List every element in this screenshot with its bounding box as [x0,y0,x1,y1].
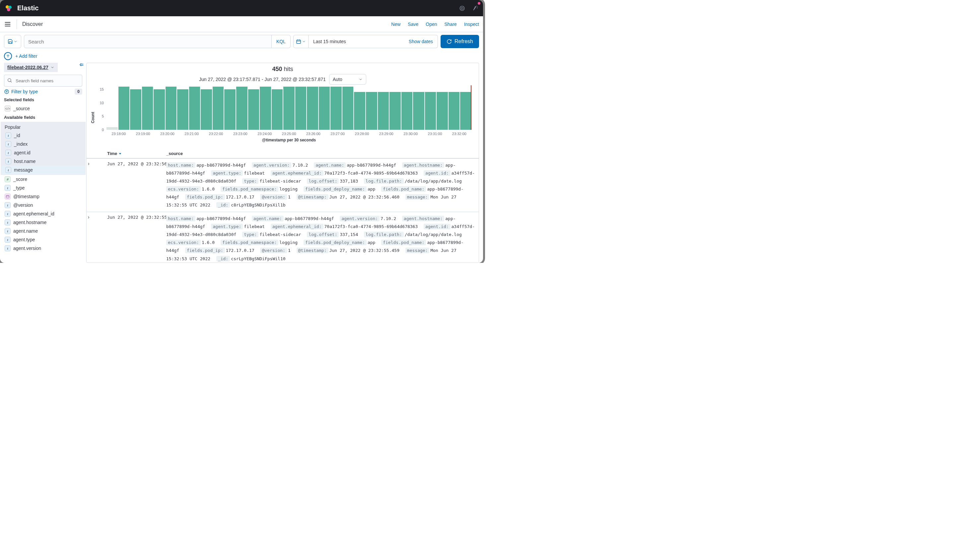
expand-row-button[interactable] [87,161,97,209]
svg-marker-25 [119,153,121,154]
histogram-bar[interactable] [307,87,318,130]
histogram-bar[interactable] [165,87,177,130]
source-value: 172.17.0.17 [226,248,255,253]
row-timestamp: Jun 27, 2022 @ 23:32:56.460 [97,161,166,209]
field-item[interactable]: @timestamp [4,192,82,201]
newsfeed-icon[interactable] [459,5,465,11]
field-name: _id [14,133,20,138]
date-picker-button[interactable] [293,35,309,48]
field-type-icon: t [5,228,11,234]
expand-row-button[interactable] [87,215,97,263]
histogram-bar[interactable] [142,87,153,130]
source-value: /data/log/app/date.log [405,232,462,237]
histogram-bar[interactable] [319,87,330,130]
field-item[interactable]: t_type [4,183,82,192]
histogram-bar[interactable] [283,87,294,130]
field-item[interactable]: tagent.ephemeral_id [4,209,82,218]
field-item[interactable]: #_score [4,175,82,183]
histogram-bar[interactable] [401,92,413,130]
field-item[interactable]: tagent.type [4,235,82,244]
field-search-input[interactable] [4,75,82,87]
field-item[interactable]: t@version [4,201,82,209]
source-value: 7.10.2 [380,216,396,221]
histogram-bar[interactable] [213,87,224,130]
source-value: 70a172f3-fca0-4774-9895-69b64d678363 [325,171,418,175]
field-item[interactable]: tagent.hostname [4,218,82,227]
histogram-bar[interactable] [107,127,118,130]
filter-by-type-link[interactable]: Filter by type [4,89,38,94]
column-source-header[interactable]: _source [166,151,479,156]
histogram-bar[interactable] [331,87,342,130]
histogram-bar[interactable] [224,89,235,130]
field-item[interactable]: thost.name [5,157,82,166]
inspect-link[interactable]: Inspect [464,22,479,27]
field-item[interactable]: tagent.id [5,148,82,157]
histogram-bar[interactable] [201,89,212,130]
field-item[interactable]: t_index [5,140,82,148]
new-link[interactable]: New [391,22,401,27]
source-key: fields.pod_name: [381,240,426,245]
histogram-bar[interactable] [390,92,401,130]
query-language-button[interactable]: KQL [272,35,291,48]
histogram-bar[interactable] [378,92,389,130]
refresh-button[interactable]: Refresh [441,35,479,48]
open-link[interactable]: Open [426,22,437,27]
histogram-bar[interactable] [413,92,424,130]
histogram-bar[interactable] [189,87,200,130]
source-key: fields.pod_ip: [185,194,225,200]
brand-title[interactable]: Elastic [17,4,38,12]
saved-query-button[interactable] [4,35,21,48]
source-value: app-b8677899d-h44gf [196,216,246,221]
field-item[interactable]: tmessage [1,166,85,174]
show-dates-link[interactable]: Show dates [409,39,433,44]
filter-settings-button[interactable] [4,52,12,60]
field-item[interactable]: </>_source [4,104,82,113]
source-key: type: [242,232,258,237]
source-value: logging [279,240,298,245]
menu-icon[interactable] [4,21,11,28]
histogram-bar[interactable] [449,92,460,130]
source-value: 70a172f3-fca0-4774-9895-69b64d678363 [325,224,418,229]
share-link[interactable]: Share [445,22,457,27]
index-pattern-selector[interactable]: filebeat-2022.06.27 [4,63,58,72]
histogram-bar[interactable] [248,89,259,130]
histogram-bar[interactable] [177,89,188,130]
interval-select[interactable]: Auto [329,74,366,85]
histogram-bar[interactable] [425,92,436,130]
histogram-bar[interactable] [354,92,365,130]
source-value: logging [279,187,298,191]
histogram-bar[interactable] [154,89,165,130]
field-type-icon: t [5,167,11,173]
source-value: app [368,187,375,191]
histogram-bar[interactable] [130,89,141,130]
source-key: message: [406,247,430,253]
date-range-display[interactable]: Last 15 minutes Show dates [309,35,438,48]
histogram-bar[interactable] [366,92,377,130]
column-time-header[interactable]: Time [97,151,166,156]
field-name: host.name [14,159,35,164]
histogram-bar[interactable] [295,87,307,130]
add-filter-link[interactable]: + Add filter [15,53,38,59]
y-axis-label: Count [91,112,95,123]
svg-line-18 [11,81,12,82]
x-tick: 23:18:00 [107,132,131,136]
field-type-icon [5,193,11,199]
search-input[interactable] [24,35,272,48]
histogram-bar[interactable] [236,87,248,130]
histogram-chart[interactable] [105,87,473,130]
field-item[interactable]: t_id [5,131,82,140]
cheer-icon[interactable] [473,5,478,11]
source-key: type: [242,178,258,184]
histogram-bar[interactable] [460,92,471,130]
field-item[interactable]: tagent.name [4,227,82,235]
y-tick: 5 [99,114,104,118]
histogram-bar[interactable] [118,87,130,130]
histogram-bar[interactable] [272,89,283,130]
save-link[interactable]: Save [408,22,418,27]
histogram-bar[interactable] [342,87,354,130]
histogram-bar[interactable] [437,92,448,130]
x-tick: 23:31:00 [423,132,447,136]
field-item[interactable]: tagent.version [4,244,82,253]
histogram-bar[interactable] [260,87,271,130]
collapse-sidebar-icon[interactable] [79,63,84,67]
